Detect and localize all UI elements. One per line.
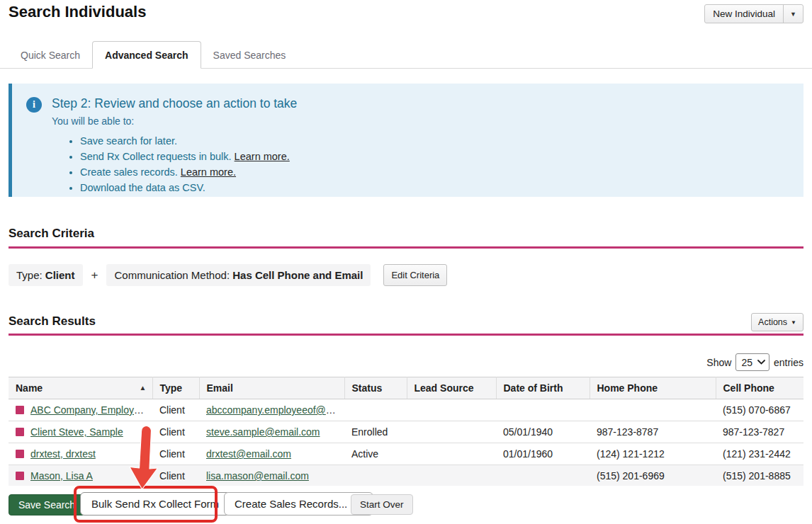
divider	[9, 334, 803, 336]
table-row: drxtest, drxtest Client drxtest@email.co…	[9, 443, 803, 465]
list-item: Create sales records. Learn more.	[80, 166, 791, 178]
criteria-separator: +	[91, 268, 98, 283]
new-individual-button[interactable]: New Individual ▼	[704, 4, 803, 23]
email-link[interactable]: drxtest@email.com	[206, 448, 291, 460]
individual-name-link[interactable]: Mason, Lisa A	[30, 470, 93, 482]
chevron-down-icon	[757, 360, 765, 365]
entries-select[interactable]: 25	[735, 353, 769, 371]
learn-more-link[interactable]: Learn more.	[181, 166, 236, 178]
edit-criteria-button[interactable]: Edit Criteria	[383, 264, 447, 286]
criteria-chip-type: Type: Client	[9, 264, 83, 286]
list-item: Save search for later.	[80, 135, 791, 147]
show-label: Show	[706, 357, 731, 368]
list-item: Send Rx Collect requests in bulk. Learn …	[80, 151, 791, 162]
page-title: Search Individuals	[9, 3, 146, 21]
save-search-button[interactable]: Save Search	[9, 494, 85, 516]
table-header-row: Name▲ Type Email Status Lead Source Date…	[9, 377, 803, 399]
search-tabs: Quick Search Advanced Search Saved Searc…	[0, 40, 812, 69]
tab-saved-searches[interactable]: Saved Searches	[201, 42, 298, 68]
column-header-status[interactable]: Status	[344, 377, 407, 399]
show-entries-control: Show 25 entries	[706, 353, 803, 371]
column-header-name[interactable]: Name▲	[9, 377, 152, 399]
column-header-type[interactable]: Type	[152, 377, 199, 399]
individual-name-link[interactable]: ABC Company, Employee of	[30, 404, 152, 416]
new-individual-dropdown[interactable]: ▼	[783, 5, 803, 23]
column-header-dob[interactable]: Date of Birth	[496, 377, 590, 399]
learn-more-link[interactable]: Learn more.	[235, 151, 290, 162]
results-table: Name▲ Type Email Status Lead Source Date…	[9, 377, 803, 487]
info-subtitle: You will be able to:	[52, 115, 791, 127]
start-over-button[interactable]: Start Over	[351, 494, 413, 515]
email-link[interactable]: lisa.mason@email.com	[206, 470, 309, 482]
search-results-heading: Search Results	[9, 314, 96, 329]
chevron-down-icon: ▼	[790, 11, 796, 18]
actions-button[interactable]: Actions▼	[751, 313, 803, 331]
email-link[interactable]: steve.sample@email.com	[206, 426, 320, 438]
column-header-home-phone[interactable]: Home Phone	[590, 377, 716, 399]
new-individual-label[interactable]: New Individual	[705, 5, 783, 23]
table-row: Mason, Lisa A Client lisa.mason@email.co…	[9, 465, 803, 487]
info-title: Step 2: Review and choose an action to t…	[52, 94, 297, 111]
tab-advanced-search[interactable]: Advanced Search	[92, 41, 201, 69]
table-row: ABC Company, Employee of Client abccompa…	[9, 399, 803, 421]
table-row: Client Steve, Sample Client steve.sample…	[9, 421, 803, 443]
divider	[9, 246, 803, 249]
column-header-email[interactable]: Email	[199, 377, 344, 399]
client-marker-icon	[16, 450, 24, 458]
email-link[interactable]: abccompany.employeeof@em…	[206, 404, 344, 416]
sort-asc-icon: ▲	[140, 384, 147, 392]
individual-name-link[interactable]: drxtest, drxtest	[30, 448, 96, 460]
client-marker-icon	[16, 428, 24, 436]
criteria-chips-row: Type: Client + Communication Method: Has…	[9, 264, 447, 286]
individual-name-link[interactable]: Client Steve, Sample	[30, 426, 123, 438]
footer-action-bar: Save Search Bulk Send Rx Collect Form Cr…	[0, 486, 812, 524]
bulk-send-rx-collect-button[interactable]: Bulk Send Rx Collect Form	[80, 492, 230, 516]
tab-quick-search[interactable]: Quick Search	[9, 42, 92, 68]
column-header-cell-phone[interactable]: Cell Phone	[716, 377, 803, 399]
client-marker-icon	[16, 472, 24, 480]
chevron-down-icon: ▼	[791, 319, 796, 326]
list-item: Download the data as CSV.	[80, 182, 791, 193]
criteria-chip-communication: Communication Method: Has Cell Phone and…	[106, 264, 371, 286]
entries-label: entries	[774, 357, 803, 368]
info-icon: i	[26, 97, 42, 113]
info-bullet-list: Save search for later. Send Rx Collect r…	[80, 135, 791, 193]
search-individuals-page: Search Individuals New Individual ▼ Quic…	[0, 0, 812, 524]
column-header-lead-source[interactable]: Lead Source	[407, 377, 496, 399]
search-criteria-heading: Search Criteria	[9, 227, 94, 241]
step-info-box: i Step 2: Review and choose an action to…	[9, 84, 803, 197]
client-marker-icon	[16, 406, 24, 414]
